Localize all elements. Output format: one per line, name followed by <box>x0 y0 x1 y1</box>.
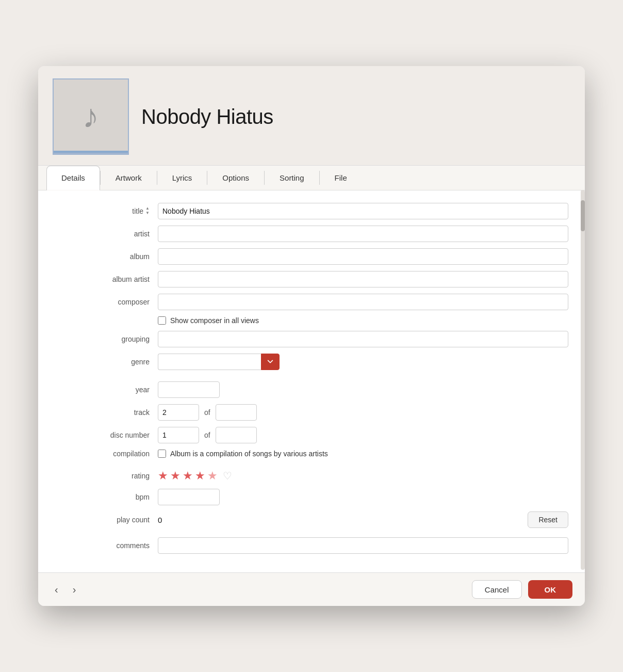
scrollbar-thumb[interactable] <box>581 200 585 231</box>
tab-details[interactable]: Details <box>46 166 100 190</box>
composer-row: composer <box>55 294 568 310</box>
form-area: title ▲ ▼ artist album album artist com <box>38 190 585 572</box>
dialog-window: ♪ Nobody Hiatus Details Artwork Lyrics O… <box>38 66 585 606</box>
grouping-input[interactable] <box>158 331 568 347</box>
album-label: album <box>55 252 158 261</box>
title-stepper[interactable]: ▲ ▼ <box>145 206 150 216</box>
genre-wrapper <box>158 354 280 370</box>
comments-input[interactable] <box>158 537 568 554</box>
compilation-checkbox[interactable] <box>158 450 166 458</box>
genre-row: genre <box>55 354 568 370</box>
title-input[interactable] <box>158 203 568 219</box>
album-artist-input[interactable] <box>158 271 568 287</box>
play-count-row: play count 0 Reset <box>55 511 568 528</box>
reset-button[interactable]: Reset <box>528 511 568 528</box>
scrollbar-track[interactable] <box>581 190 585 570</box>
tab-options[interactable]: Options <box>207 166 264 190</box>
album-row: album <box>55 248 568 265</box>
tab-sorting[interactable]: Sorting <box>265 166 319 190</box>
rating-label: rating <box>55 472 158 480</box>
artwork-thumbnail: ♪ <box>53 78 129 155</box>
composer-input[interactable] <box>158 294 568 310</box>
show-composer-label: Show composer in all views <box>170 316 259 325</box>
chevron-down-icon <box>267 358 274 365</box>
genre-input[interactable] <box>158 354 261 370</box>
composer-label: composer <box>55 298 158 306</box>
album-artist-label: album artist <box>55 275 158 283</box>
rating-stars[interactable]: ★ ★ ★ ★ ★ ♡ <box>158 469 232 483</box>
artist-row: artist <box>55 226 568 242</box>
track-of-input[interactable] <box>216 404 257 421</box>
track-label: track <box>55 408 158 417</box>
compilation-row: compilation Album is a compilation of so… <box>55 450 568 458</box>
song-title-display: Nobody Hiatus <box>141 105 273 129</box>
star-2[interactable]: ★ <box>170 469 181 483</box>
year-row: year <box>55 381 568 398</box>
show-composer-checkbox[interactable] <box>158 316 166 325</box>
tab-bar: Details Artwork Lyrics Options Sorting F… <box>38 166 585 190</box>
cancel-button[interactable]: Cancel <box>472 580 522 599</box>
music-note-icon: ♪ <box>83 100 99 133</box>
dialog-header: ♪ Nobody Hiatus <box>38 66 585 166</box>
bpm-input[interactable] <box>158 489 220 505</box>
play-count-label: play count <box>55 516 158 524</box>
compilation-checkbox-row: Album is a compilation of songs by vario… <box>158 450 328 458</box>
year-input[interactable] <box>158 381 220 398</box>
tab-lyrics[interactable]: Lyrics <box>157 166 207 190</box>
star-4[interactable]: ★ <box>195 469 205 483</box>
star-5[interactable]: ★ <box>207 469 218 483</box>
tab-file[interactable]: File <box>320 166 362 190</box>
grouping-row: grouping <box>55 331 568 347</box>
play-count-value: 0 <box>158 516 528 524</box>
genre-label: genre <box>55 358 158 366</box>
disc-number-row: disc number of <box>55 427 568 443</box>
prev-button[interactable]: ‹ <box>51 582 62 598</box>
disc-number-label: disc number <box>55 431 158 439</box>
ok-button[interactable]: OK <box>528 580 573 599</box>
bpm-row: bpm <box>55 489 568 505</box>
track-of-label: of <box>199 408 216 417</box>
comments-label: comments <box>55 541 158 550</box>
show-composer-checkbox-row: Show composer in all views <box>158 316 259 325</box>
dialog-footer: ‹ › Cancel OK <box>38 572 585 606</box>
heart-icon[interactable]: ♡ <box>223 470 232 482</box>
compilation-text: Album is a compilation of songs by vario… <box>170 450 328 458</box>
bpm-label: bpm <box>55 493 158 501</box>
grouping-label: grouping <box>55 335 158 343</box>
artist-input[interactable] <box>158 226 568 242</box>
next-button[interactable]: › <box>69 582 80 598</box>
genre-dropdown-button[interactable] <box>261 354 280 370</box>
album-artist-row: album artist <box>55 271 568 287</box>
track-input[interactable] <box>158 404 199 421</box>
track-row: track of <box>55 404 568 421</box>
tab-artwork[interactable]: Artwork <box>101 166 157 190</box>
footer-actions: Cancel OK <box>472 580 572 599</box>
star-1[interactable]: ★ <box>158 469 168 483</box>
rating-row: rating ★ ★ ★ ★ ★ ♡ <box>55 469 568 483</box>
album-input[interactable] <box>158 248 568 265</box>
disc-of-label: of <box>199 431 216 439</box>
star-3[interactable]: ★ <box>183 469 193 483</box>
nav-arrows: ‹ › <box>51 582 80 598</box>
compilation-label: compilation <box>55 450 158 458</box>
artist-label: artist <box>55 230 158 238</box>
year-label: year <box>55 386 158 394</box>
title-label: title ▲ ▼ <box>55 206 158 216</box>
disc-number-input[interactable] <box>158 427 199 443</box>
disc-of-input[interactable] <box>216 427 257 443</box>
show-composer-row: Show composer in all views <box>55 316 568 325</box>
title-row: title ▲ ▼ <box>55 203 568 219</box>
comments-row: comments <box>55 537 568 554</box>
play-count-wrapper: 0 Reset <box>158 511 568 528</box>
